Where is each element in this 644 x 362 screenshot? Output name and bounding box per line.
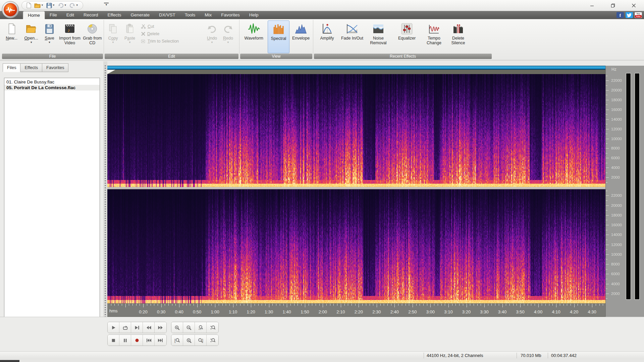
close-icon (632, 3, 636, 8)
close-button[interactable] (623, 0, 644, 11)
fade-in-out-button[interactable]: Fade In/Out (340, 20, 364, 53)
spectral-view-button[interactable]: Spectral (268, 20, 290, 53)
time-tick-major (377, 304, 377, 307)
file-list-item[interactable]: 01. Claire De Bussy.flac (4, 79, 100, 85)
overview-position-bar[interactable] (107, 66, 605, 70)
paste-button[interactable]: Paste ▼ (121, 20, 138, 53)
stop-button[interactable] (108, 335, 119, 346)
redo-button[interactable]: Redo ▼ (220, 20, 236, 53)
level-meter-left (626, 73, 631, 300)
ribbon-tab-file[interactable]: File (45, 11, 62, 19)
rewind-button[interactable] (143, 322, 155, 333)
transport-row-1 (107, 322, 167, 333)
ribbon: New... Open... ▼ Save ▼ ♪ Import from Vi… (0, 19, 644, 60)
ribbon-tab-generate[interactable]: Generate (126, 11, 154, 19)
ribbon-tab-effects[interactable]: Effects (103, 11, 126, 19)
twitter-icon[interactable] (626, 12, 633, 18)
open-button[interactable]: Open... ▼ (21, 20, 41, 53)
freq-label: 4000 (611, 282, 620, 286)
zoom-to-selection-button[interactable]: [ (171, 335, 183, 346)
ribbon-tab-record[interactable]: Record (79, 11, 103, 19)
zoom-in-icon (174, 325, 180, 330)
freq-tick (606, 134, 607, 134)
panel-tab-files[interactable]: Files (3, 63, 20, 72)
time-tick-minor (136, 304, 137, 306)
panel-splitter[interactable] (103, 61, 107, 350)
customize-toolbar-button[interactable]: ▼ (104, 3, 109, 7)
copy-button[interactable]: Copy ▼ (105, 20, 121, 53)
time-tick-minor (427, 304, 427, 306)
record-button[interactable] (131, 335, 143, 346)
quick-new-button[interactable] (25, 2, 33, 9)
ribbon-tab-tools[interactable]: Tools (180, 11, 200, 19)
time-tick-major (143, 304, 144, 307)
ribbon-tab-edit[interactable]: Edit (62, 11, 79, 19)
position-marker[interactable] (107, 70, 115, 74)
minimize-icon (590, 4, 594, 8)
play-button[interactable] (108, 322, 119, 333)
ribbon-tab-mix[interactable]: Mix (200, 11, 216, 19)
go-to-end-button[interactable] (155, 335, 166, 346)
zoom-in-button[interactable] (171, 322, 183, 333)
spectrogram-channel-2[interactable] (107, 189, 605, 303)
freq-tick (606, 205, 609, 206)
dropdown-arrow-icon: ▼ (211, 41, 213, 44)
marker-strip[interactable] (107, 70, 605, 74)
freq-label: 12000 (611, 127, 622, 131)
zoom-vertical-fit-button[interactable] (207, 335, 218, 346)
undo-button[interactable]: Undo ▼ (204, 20, 220, 53)
quick-open-button[interactable]: ▼ (33, 2, 45, 8)
delete-label: Delete (147, 32, 159, 36)
time-tick-minor (309, 304, 309, 306)
zoom-all-button[interactable] (183, 335, 195, 346)
ribbon-tab-help[interactable]: Help (245, 11, 263, 19)
delete-silence-button[interactable]: Delete Silence (447, 20, 470, 53)
minimize-button[interactable] (582, 0, 602, 11)
quick-redo-button[interactable]: ▼ (68, 2, 79, 8)
freq-tick (606, 182, 607, 183)
new-button[interactable]: New... (2, 20, 21, 53)
time-ruler[interactable]: hms 0:200:300:400:501:001:101:201:301:40… (107, 303, 605, 317)
new-file-icon (5, 22, 18, 36)
delete-button[interactable]: Delete (141, 32, 202, 36)
zoom-100-button[interactable]: 100 (195, 322, 207, 333)
zoom-reset-button[interactable]: ] (195, 335, 207, 346)
pause-button[interactable] (119, 335, 131, 346)
freq-tick (606, 129, 609, 129)
time-tick-minor (204, 304, 205, 306)
noise-removal-button[interactable]: Noise Removal (364, 20, 392, 53)
zoom-vertical-button[interactable] (207, 322, 218, 333)
file-list-item[interactable]: 05. Portrait De La Comtesse.flac (4, 85, 100, 90)
play-to-end-button[interactable] (131, 322, 143, 333)
youtube-icon[interactable]: YouTube (635, 12, 642, 18)
panel-tab-effects[interactable]: Effects (20, 63, 42, 72)
cut-button[interactable]: Cut (141, 24, 202, 29)
file-list[interactable]: 01. Claire De Bussy.flac05. Portrait De … (4, 78, 100, 349)
trim-to-selection-button[interactable]: Trim to Selection (141, 39, 202, 44)
quick-undo-button[interactable]: ▼ (57, 2, 68, 8)
spectrogram-channel-1[interactable] (107, 74, 605, 187)
quick-save-button[interactable]: ▼ (45, 2, 56, 9)
ribbon-tab-dx-vst[interactable]: DX/VST (154, 11, 180, 19)
panel-tab-favorites[interactable]: Favorites (42, 63, 68, 72)
zoom-out-button[interactable] (183, 322, 195, 333)
grab-from-cd-button[interactable]: Grab from CD (82, 20, 103, 53)
ribbon-tab-favorites[interactable]: Favorites (216, 11, 245, 19)
amplify-button[interactable]: Amplify (314, 20, 340, 53)
envelope-view-button[interactable]: Envelope (289, 20, 312, 53)
go-to-start-button[interactable] (143, 335, 155, 346)
facebook-icon[interactable]: f (616, 12, 624, 18)
waveform-view-button[interactable]: Waveform (240, 20, 268, 53)
maximize-button[interactable] (602, 0, 623, 11)
save-button[interactable]: Save ▼ (41, 20, 58, 53)
fast-forward-button[interactable] (155, 322, 166, 333)
equalizer-button[interactable]: Equalizer (392, 20, 421, 53)
tempo-change-button[interactable]: Tempo Change (421, 20, 447, 53)
play-icon (111, 325, 116, 330)
loop-play-button[interactable] (119, 322, 131, 333)
import-from-video-button[interactable]: ♪ Import from Video (58, 20, 82, 53)
freq-label: 18000 (611, 213, 622, 217)
ribbon-tab-home[interactable]: Home (23, 11, 45, 19)
time-tick-minor (542, 304, 542, 306)
app-logo-icon[interactable] (1, 1, 19, 19)
